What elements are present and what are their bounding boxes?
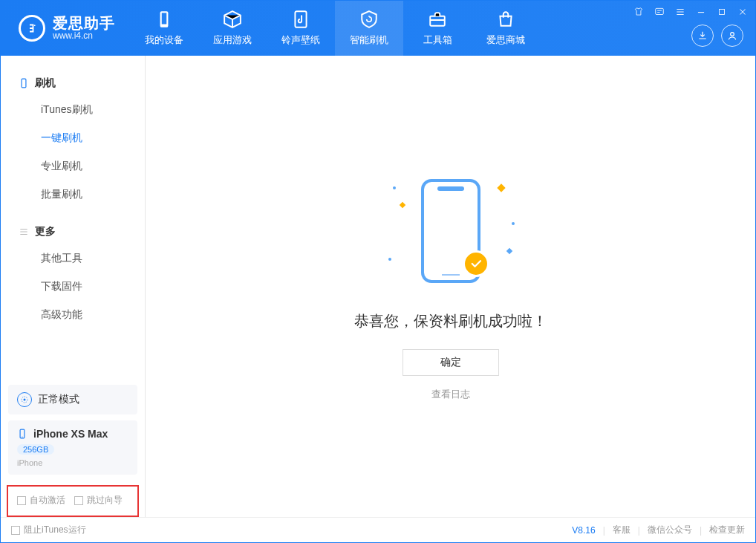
sparkle-icon xyxy=(497,183,505,192)
tab-flash[interactable]: 智能刷机 xyxy=(335,1,403,56)
version-label: V8.16 xyxy=(572,525,595,536)
checkbox-label: 自动激活 xyxy=(30,494,65,507)
view-log-link[interactable]: 查看日志 xyxy=(431,388,470,401)
app-name-en: www.i4.cn xyxy=(53,31,115,41)
sidebar-item-oneclick-flash[interactable]: 一键刷机 xyxy=(1,124,145,152)
window-controls xyxy=(632,5,749,19)
phone-icon xyxy=(17,429,27,439)
header-circle-buttons xyxy=(691,25,743,47)
bag-icon xyxy=(496,10,515,29)
checkbox-box xyxy=(17,496,26,505)
device-capacity: 256GB xyxy=(17,444,54,455)
sidebar-checkboxes-highlighted: 自动激活 跳过向导 xyxy=(7,485,139,517)
dot-icon xyxy=(393,186,396,189)
logo-icon xyxy=(19,15,45,42)
tab-my-device[interactable]: 我的设备 xyxy=(130,1,198,56)
sidebar-item-other-tools[interactable]: 其他工具 xyxy=(1,244,145,273)
section-title-label: 刷机 xyxy=(35,77,56,90)
tab-label: 我的设备 xyxy=(145,33,183,47)
tab-store[interactable]: 爱思商城 xyxy=(472,1,540,56)
checkbox-skip-guide[interactable]: 跳过向导 xyxy=(74,494,123,507)
maximize-icon[interactable] xyxy=(715,5,729,19)
ok-button[interactable]: 确定 xyxy=(403,349,499,376)
dot-icon xyxy=(512,222,515,225)
logo-text: 爱思助手 www.i4.cn xyxy=(53,15,115,41)
checkbox-box xyxy=(11,526,20,535)
sidebar-cards: 正常模式 iPhone XS Max 256GB iPhone xyxy=(1,380,145,479)
svg-rect-2 xyxy=(295,11,306,27)
checkbox-label: 阻止iTunes运行 xyxy=(24,524,86,536)
svg-rect-5 xyxy=(720,10,725,15)
device-head: iPhone XS Max xyxy=(17,428,128,440)
footer-link-support[interactable]: 客服 xyxy=(613,524,630,536)
section-title-label: 更多 xyxy=(35,225,56,238)
main-panel: 恭喜您，保资料刷机成功啦！ 确定 查看日志 xyxy=(146,56,755,517)
svg-rect-4 xyxy=(656,8,664,14)
checkbox-label: 跳过向导 xyxy=(87,494,123,507)
device-name: iPhone XS Max xyxy=(33,428,108,440)
titlebar: 爱思助手 www.i4.cn 我的设备 应用游戏 铃声壁纸 智能刷机 xyxy=(1,1,755,56)
svg-point-6 xyxy=(731,33,734,36)
tab-label: 铃声壁纸 xyxy=(281,33,320,47)
tab-label: 智能刷机 xyxy=(350,33,388,47)
logo: 爱思助手 www.i4.cn xyxy=(1,15,130,42)
mode-icon xyxy=(17,392,32,407)
tab-toolbox[interactable]: 工具箱 xyxy=(403,1,472,56)
tab-apps[interactable]: 应用游戏 xyxy=(198,1,267,56)
status-bar: 阻止iTunes运行 V8.16 | 客服 | 微信公众号 | 检查更新 xyxy=(1,517,755,542)
check-badge-icon xyxy=(463,250,489,277)
sidebar-content: 刷机 iTunes刷机 一键刷机 专业刷机 批量刷机 更多 其他工具 下载固件 … xyxy=(1,56,145,380)
sidebar: 刷机 iTunes刷机 一键刷机 专业刷机 批量刷机 更多 其他工具 下载固件 … xyxy=(1,56,146,517)
sidebar-item-pro-flash[interactable]: 专业刷机 xyxy=(1,152,145,181)
user-button[interactable] xyxy=(721,25,743,47)
minimize-icon[interactable] xyxy=(694,5,708,19)
svg-rect-7 xyxy=(22,79,26,88)
list-icon xyxy=(19,227,29,237)
sidebar-section-flash: 刷机 xyxy=(1,71,145,96)
music-file-icon xyxy=(291,10,310,29)
sparkle-icon xyxy=(506,248,512,254)
svg-point-8 xyxy=(24,399,26,401)
briefcase-icon xyxy=(428,10,447,29)
checkbox-box xyxy=(74,496,83,505)
app-window: 爱思助手 www.i4.cn 我的设备 应用游戏 铃声壁纸 智能刷机 xyxy=(0,0,756,543)
device-card[interactable]: iPhone XS Max 256GB iPhone xyxy=(8,420,137,475)
device-type: iPhone xyxy=(17,458,128,467)
header-tabs: 我的设备 应用游戏 铃声壁纸 智能刷机 工具箱 爱思商城 xyxy=(130,1,540,56)
sidebar-item-download-firmware[interactable]: 下载固件 xyxy=(1,273,145,301)
body: 刷机 iTunes刷机 一键刷机 专业刷机 批量刷机 更多 其他工具 下载固件 … xyxy=(1,56,755,517)
svg-point-11 xyxy=(22,437,22,438)
device-icon xyxy=(154,10,174,29)
sidebar-item-itunes-flash[interactable]: iTunes刷机 xyxy=(1,96,145,124)
cube-icon xyxy=(223,10,242,29)
tab-label: 爱思商城 xyxy=(486,33,525,47)
footer-link-update[interactable]: 检查更新 xyxy=(709,524,745,536)
sidebar-item-batch-flash[interactable]: 批量刷机 xyxy=(1,181,145,209)
download-button[interactable] xyxy=(691,25,714,47)
svg-rect-3 xyxy=(430,16,445,26)
menu-icon[interactable] xyxy=(674,5,687,19)
sidebar-item-advanced[interactable]: 高级功能 xyxy=(1,301,145,329)
footer-right: V8.16 | 客服 | 微信公众号 | 检查更新 xyxy=(572,524,745,536)
close-icon[interactable] xyxy=(736,5,749,19)
checkbox-auto-activate[interactable]: 自动激活 xyxy=(17,494,65,507)
checkbox-block-itunes[interactable]: 阻止iTunes运行 xyxy=(11,524,86,536)
shield-refresh-icon xyxy=(359,10,379,29)
dot-icon xyxy=(388,258,391,261)
svg-rect-1 xyxy=(162,13,167,24)
mode-label: 正常模式 xyxy=(38,393,79,406)
tab-label: 工具箱 xyxy=(423,33,452,47)
footer-link-wechat[interactable]: 微信公众号 xyxy=(648,524,692,536)
tab-ringtones[interactable]: 铃声壁纸 xyxy=(267,1,335,56)
shirt-icon[interactable] xyxy=(632,5,645,19)
feedback-icon[interactable] xyxy=(653,5,666,19)
tab-label: 应用游戏 xyxy=(213,33,252,47)
success-illustration xyxy=(384,172,518,290)
app-name-cn: 爱思助手 xyxy=(53,15,115,31)
phone-icon xyxy=(19,78,29,88)
success-message: 恭喜您，保资料刷机成功啦！ xyxy=(354,311,547,331)
sidebar-section-more: 更多 xyxy=(1,219,145,244)
mode-card[interactable]: 正常模式 xyxy=(8,385,137,414)
sparkle-icon xyxy=(399,202,405,208)
